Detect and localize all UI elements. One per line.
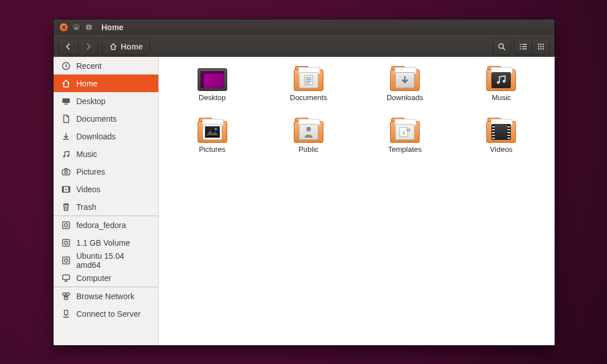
search-icon (498, 43, 506, 51)
sidebar-item-home[interactable]: Home (54, 75, 158, 92)
svg-point-29 (65, 260, 67, 261)
path-home-button[interactable]: Home (102, 38, 150, 55)
network-icon (61, 292, 71, 301)
sidebar-item-label: Computer (76, 274, 111, 283)
list-view-button[interactable] (514, 38, 532, 55)
svg-point-7 (543, 46, 544, 47)
disk-icon (61, 256, 71, 265)
folder-desktop[interactable]: Desktop (167, 66, 257, 102)
folder-label: Pictures (199, 145, 225, 154)
sidebar-item-label: Desktop (76, 97, 105, 106)
svg-point-5 (538, 46, 539, 47)
home-icon (61, 79, 71, 88)
download-icon (61, 132, 71, 141)
sidebar-item-fedora-fedora[interactable]: fedora_fedora (54, 216, 158, 234)
computer-icon (61, 274, 71, 283)
svg-rect-0 (87, 26, 91, 29)
window-close-button[interactable] (59, 23, 68, 32)
sidebar-item-trash[interactable]: Trash (54, 198, 158, 216)
sidebar-item-label: Documents (76, 114, 117, 123)
window-maximize-button[interactable] (84, 23, 93, 32)
trash-icon (61, 202, 71, 212)
sidebar: RecentHomeDesktopDocumentsDownloadsMusic… (54, 57, 159, 345)
folder-downloads[interactable]: Downloads (360, 66, 450, 102)
folder-icon (486, 66, 516, 91)
sidebar-item-label: Trash (76, 202, 96, 212)
file-manager-window: Home Home (54, 19, 555, 345)
window-body: RecentHomeDesktopDocumentsDownloadsMusic… (54, 57, 555, 345)
home-icon (109, 43, 117, 51)
sidebar-item-browse-network[interactable]: Browse Network (54, 287, 158, 305)
svg-point-38 (215, 128, 217, 130)
camera-icon (61, 167, 71, 176)
chevron-right-icon (85, 43, 92, 50)
sidebar-item-documents[interactable]: Documents (54, 110, 158, 127)
maximize-icon (87, 25, 91, 30)
desktop-icon (198, 66, 227, 91)
svg-point-36 (497, 81, 500, 84)
svg-rect-42 (407, 129, 410, 131)
sidebar-item-computer[interactable]: Computer (54, 269, 158, 287)
svg-rect-32 (67, 293, 70, 295)
svg-point-4 (543, 43, 544, 44)
sidebar-item-label: Music (76, 150, 97, 159)
svg-rect-16 (63, 169, 70, 175)
folder-templates[interactable]: aTemplates (360, 118, 450, 154)
sidebar-item-desktop[interactable]: Desktop (54, 92, 158, 110)
folder-icon (294, 118, 323, 143)
sidebar-item-label: Ubuntu 15.04 amd64 (76, 251, 150, 270)
video-icon (61, 185, 71, 194)
sidebar-item-label: Browse Network (76, 292, 134, 301)
sidebar-item-pictures[interactable]: Pictures (54, 163, 158, 180)
sidebar-item-1-1-gb-volume[interactable]: 1.1 GB Volume (54, 234, 158, 251)
folder-grid: DesktopDocumentsDownloadsMusicPicturesPu… (167, 66, 547, 154)
folder-icon (390, 66, 420, 91)
back-button[interactable] (58, 38, 79, 55)
folder-pictures[interactable]: Pictures (167, 118, 257, 154)
sidebar-item-label: Videos (76, 185, 101, 194)
folder-music[interactable]: Music (456, 66, 547, 102)
search-button[interactable] (493, 38, 511, 55)
svg-point-6 (540, 46, 542, 47)
svg-point-23 (65, 225, 67, 226)
svg-point-8 (538, 48, 539, 49)
grid-view-button[interactable] (532, 38, 550, 55)
folder-documents[interactable]: Documents (263, 66, 354, 102)
svg-point-37 (503, 80, 506, 83)
music-icon (61, 150, 71, 159)
svg-point-10 (543, 48, 544, 49)
chevron-left-icon (65, 43, 72, 50)
window-minimize-button[interactable] (72, 23, 81, 32)
sidebar-item-label: 1.1 GB Volume (76, 238, 130, 247)
desktop-icon (61, 97, 71, 106)
folder-label: Public (298, 145, 318, 154)
sidebar-item-downloads[interactable]: Downloads (54, 127, 158, 145)
server-icon (61, 309, 71, 318)
folder-label: Templates (388, 145, 422, 154)
sidebar-item-label: Home (76, 79, 97, 88)
sidebar-item-recent[interactable]: Recent (54, 57, 158, 75)
sidebar-item-music[interactable]: Music (54, 145, 158, 163)
sidebar-item-connect-to-server[interactable]: Connect to Server (54, 305, 158, 322)
svg-point-1 (499, 44, 503, 48)
doc-icon (61, 114, 71, 123)
svg-point-39 (306, 127, 311, 131)
svg-point-15 (67, 155, 69, 157)
view-mode-group (514, 38, 550, 55)
disk-icon (61, 221, 71, 230)
folder-videos[interactable]: Videos (456, 118, 547, 154)
folder-label: Videos (490, 145, 513, 154)
path-label: Home (121, 42, 143, 51)
minimize-icon (74, 25, 79, 30)
sidebar-item-label: Recent (76, 61, 101, 71)
disk-icon (61, 238, 71, 247)
folder-public[interactable]: Public (263, 118, 354, 154)
svg-point-9 (540, 48, 542, 49)
titlebar: Home (54, 19, 555, 35)
svg-rect-34 (64, 310, 68, 315)
folder-label: Desktop (199, 93, 226, 102)
sidebar-item-videos[interactable]: Videos (54, 180, 158, 198)
sidebar-item-ubuntu-15-04-amd64[interactable]: Ubuntu 15.04 amd64 (54, 251, 158, 269)
forward-button[interactable] (79, 38, 99, 55)
close-icon (61, 25, 66, 30)
